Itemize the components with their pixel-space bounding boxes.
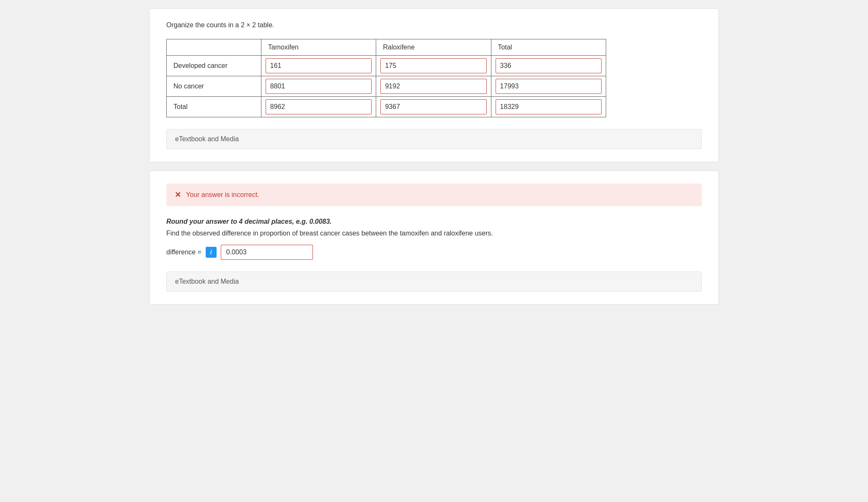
error-banner: ✕ Your answer is incorrect. <box>166 184 702 206</box>
input-total-tamoxifen[interactable] <box>266 99 372 114</box>
input-total-raloxifene[interactable] <box>380 99 486 114</box>
header-total: Total <box>491 39 606 56</box>
cell-nocancer-total[interactable] <box>491 76 606 97</box>
page-wrapper: Organize the counts in a 2 × 2 table. Ta… <box>141 0 727 321</box>
section-1-card: Organize the counts in a 2 × 2 table. Ta… <box>149 8 719 162</box>
difference-input[interactable] <box>221 245 313 260</box>
etextbook-bar-1[interactable]: eTextbook and Media <box>166 129 702 149</box>
table-row-total: Total <box>167 97 606 117</box>
input-nocancer-total[interactable] <box>496 79 602 94</box>
input-total-total[interactable] <box>496 99 602 114</box>
cell-developed-tamoxifen[interactable] <box>261 56 376 76</box>
question-bold: Round your answer to 4 decimal places, e… <box>166 218 702 225</box>
answer-row: difference = i <box>166 245 702 260</box>
cell-nocancer-tamoxifen[interactable] <box>261 76 376 97</box>
cell-total-tamoxifen[interactable] <box>261 97 376 117</box>
question-normal: Find the observed difference in proporti… <box>166 230 702 237</box>
header-empty <box>167 39 261 56</box>
cell-total-raloxifene[interactable] <box>376 97 491 117</box>
data-table: Tamoxifen Raloxifene Total Developed can… <box>166 39 606 117</box>
cell-developed-total[interactable] <box>491 56 606 76</box>
row-label-developed-cancer: Developed cancer <box>167 56 261 76</box>
difference-label: difference = <box>166 248 202 256</box>
header-tamoxifen: Tamoxifen <box>261 39 376 56</box>
table-row-no-cancer: No cancer <box>167 76 606 97</box>
table-row-developed-cancer: Developed cancer <box>167 56 606 76</box>
info-button[interactable]: i <box>206 247 217 258</box>
row-label-no-cancer: No cancer <box>167 76 261 97</box>
header-raloxifene: Raloxifene <box>376 39 491 56</box>
input-developed-tamoxifen[interactable] <box>266 58 372 73</box>
table-header-row: Tamoxifen Raloxifene Total <box>167 39 606 56</box>
error-message: Your answer is incorrect. <box>186 191 259 199</box>
input-nocancer-raloxifene[interactable] <box>380 79 486 94</box>
input-nocancer-tamoxifen[interactable] <box>266 79 372 94</box>
error-x-icon: ✕ <box>175 190 181 199</box>
input-developed-total[interactable] <box>496 58 602 73</box>
row-label-total: Total <box>167 97 261 117</box>
cell-total-total[interactable] <box>491 97 606 117</box>
etextbook-bar-2[interactable]: eTextbook and Media <box>166 272 702 292</box>
section-2-card: ✕ Your answer is incorrect. Round your a… <box>149 171 719 305</box>
instruction-text: Organize the counts in a 2 × 2 table. <box>166 21 702 29</box>
cell-developed-raloxifene[interactable] <box>376 56 491 76</box>
input-developed-raloxifene[interactable] <box>380 58 486 73</box>
cell-nocancer-raloxifene[interactable] <box>376 76 491 97</box>
